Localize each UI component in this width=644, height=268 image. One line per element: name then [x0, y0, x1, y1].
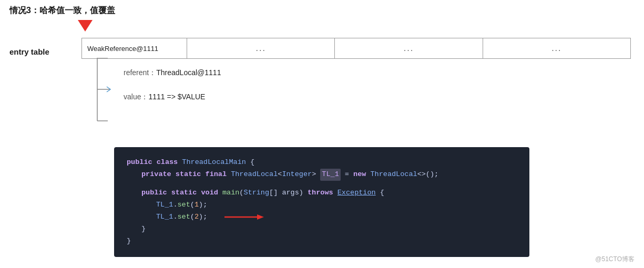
code-spacer [127, 181, 517, 187]
watermark: @51CTO博客 [595, 255, 635, 264]
table-row: WeakReference@1111 ... ... ... [82, 38, 630, 58]
code-red-arrow [224, 212, 267, 222]
code-line-2: private static final ThreadLocal<Integer… [141, 169, 517, 181]
detail-referent: referent：ThreadLocal@1111 [124, 68, 221, 78]
detail-value: value：1111 => $VALUE [124, 92, 221, 102]
code-block: public class ThreadLocalMain { private s… [114, 147, 529, 257]
code-line-6: } [141, 223, 517, 235]
table-cell-dots-3: ... [483, 38, 630, 58]
entry-table-label: entry table [9, 47, 49, 56]
detail-lines: referent：ThreadLocal@1111 value：1111 => … [124, 68, 221, 117]
svg-marker-6 [257, 214, 264, 220]
table-cell-weak-ref: WeakReference@1111 [82, 38, 187, 58]
bracket-connector [81, 58, 113, 126]
entry-table: WeakReference@1111 ... ... ... [81, 38, 631, 59]
page-title: 情况3：哈希值一致，值覆盖 [9, 5, 115, 16]
table-cell-dots-2: ... [335, 38, 483, 58]
code-line-3: public static void main(String[] args) t… [141, 187, 517, 199]
code-line-5: TL_1.set(2); [156, 211, 517, 223]
code-line-7: } [127, 235, 517, 248]
code-line-1: public class ThreadLocalMain { [127, 157, 517, 169]
table-cell-dots-1: ... [187, 38, 335, 58]
code-line-4: TL_1.set(1); [156, 199, 517, 211]
